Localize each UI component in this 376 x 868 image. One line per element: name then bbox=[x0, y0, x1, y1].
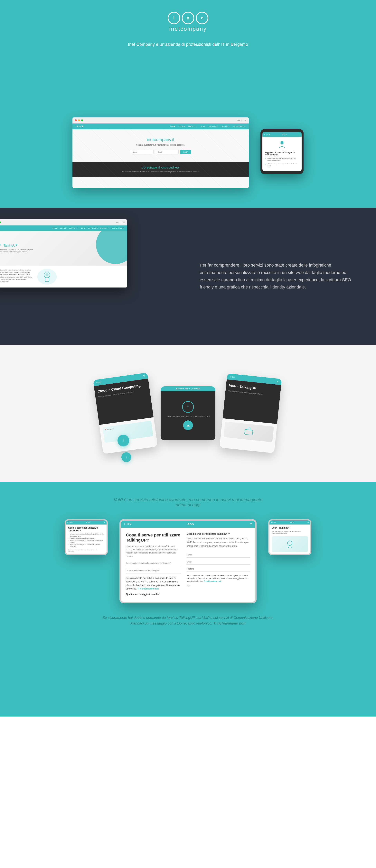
voip-browser-content: VoIP - TalkingUP Chiunque conduca un'att… bbox=[0, 231, 127, 287]
tablet-right-input-1[interactable] bbox=[186, 552, 250, 558]
phone-small-1-list: Una connessione Internet a banda larga d… bbox=[68, 533, 104, 548]
big-tablet-content: Cosa ti serve per utilizzare TalkingUP? … bbox=[121, 528, 255, 601]
tablet-right-input-2[interactable] bbox=[186, 559, 250, 565]
voip-text-content: VoIP - TalkingUP Chiunque conduca un'att… bbox=[0, 244, 33, 253]
voip-nav-home[interactable]: HOME bbox=[52, 227, 58, 229]
maximize-dot-2[interactable] bbox=[0, 221, 1, 223]
minimize-icon[interactable]: — bbox=[237, 119, 240, 122]
nav-assistenza[interactable]: ASSISTENZA bbox=[233, 126, 245, 127]
voip-browser-nav: ⊙⊙⊙ HOME CLOUD SERVIZI IT VOIP CHI SIAMO… bbox=[0, 225, 127, 231]
nav-links: HOME CLOUD SERVIZI IT VOIP CHI SIAMO CON… bbox=[170, 126, 245, 127]
voip-nav-assist[interactable]: ASSISTENZA bbox=[112, 227, 123, 229]
tablet-right-footer: Invia bbox=[186, 585, 250, 587]
voip-hero-area: VoIP - TalkingUP Chiunque conduca un'att… bbox=[0, 231, 127, 266]
tablet-input-2[interactable] bbox=[126, 568, 181, 574]
browser-hero-sub: Compila questo form, ti ricontatteremo i… bbox=[78, 144, 243, 146]
minimize-icon-2[interactable]: — bbox=[116, 221, 118, 224]
phone-small-2: 4:11 PM ⊙⊙⊙ ☰ VoIP - TalkingUP Una delle… bbox=[268, 519, 311, 555]
browser-mockup: — □ ✕ ⊙⊙⊙ HOME CLOUD SERVIZI IT VOIP CHI… bbox=[73, 118, 249, 188]
big-tablet-sub: Una connessione a banda larga del tipo A… bbox=[126, 545, 181, 558]
minimize-dot[interactable] bbox=[78, 119, 80, 121]
mobile-card-3-content: VoIP - TalkingUP Una delle soluzioni di … bbox=[223, 379, 281, 424]
mobile-card-2-badge: BENEFIT PER IL CLIENTE bbox=[161, 386, 215, 391]
close-icon-2[interactable]: ✕ bbox=[123, 221, 125, 224]
voip-title: VoIP - TalkingUP bbox=[0, 244, 33, 247]
big-tablet-question: Quali sono i maggiori benefici bbox=[126, 593, 181, 595]
decorative-circle bbox=[96, 231, 127, 264]
voip-nav-links: HOME CLOUD SERVIZI IT VOIP CHI SIAMO CON… bbox=[52, 227, 123, 229]
phone-screen: 4:11 PM ⊙⊙⊙ ☰ Sappiamo di cosa ha bisogn… bbox=[262, 132, 301, 171]
phone-title: Sappiamo di cosa ha bisogno la vostra az… bbox=[265, 152, 299, 156]
mobile-card-1-content: Cloud e Cloud Computing La soluzione clo… bbox=[94, 378, 153, 425]
card-3-illustration bbox=[224, 422, 274, 442]
tablet-right-text: Se sicuramente hai dubbi e domande da fa… bbox=[186, 574, 250, 583]
brand-name: inetcompany bbox=[169, 26, 207, 32]
list-item-4: Il modem per configurare il tuoi messagg… bbox=[70, 544, 104, 548]
phone-small-2-content: VoIP - TalkingUP Una delle soluzioni più… bbox=[269, 525, 310, 554]
phone-small-2-text: Una delle soluzioni più avanzate al serv… bbox=[272, 530, 308, 534]
browser-controls-2: — □ ✕ bbox=[116, 221, 125, 224]
voip-illustration bbox=[37, 269, 57, 285]
voip-nav-chi[interactable]: CHI SIAMO bbox=[88, 227, 98, 229]
arrow-icon: ↑ bbox=[182, 401, 194, 413]
close-dot[interactable] bbox=[75, 119, 77, 121]
nav-contatti[interactable]: CONTATTI bbox=[221, 126, 230, 127]
nav-voip[interactable]: VOIP bbox=[201, 126, 205, 127]
big-right-title: Cosa ti serve per utilizzare TalkingUP? bbox=[186, 532, 250, 535]
form-email-input[interactable] bbox=[155, 150, 179, 154]
nav-servizi[interactable]: SERVIZI IT bbox=[188, 126, 198, 127]
big-right-sub: Una connessione a banda larga del tipo A… bbox=[186, 537, 250, 548]
tablet-right-input-3[interactable] bbox=[186, 566, 250, 572]
phone-small-2-illustration bbox=[272, 536, 308, 552]
browser-form: INVIA bbox=[78, 150, 243, 154]
phone-small-1-title: Cosa ti serve per utilizzare TalkingUP? bbox=[68, 526, 104, 532]
logo-circle-i: i bbox=[168, 12, 180, 24]
voip-browser-mockup: — □ ✕ ⊙⊙⊙ HOME CLOUD SERVIZI IT VOIP CHI… bbox=[0, 219, 127, 287]
maximize-dot[interactable] bbox=[81, 119, 83, 121]
phone-small-1: 4:11 PM ⊙⊙⊙ ☰ Cosa ti serve per utilizza… bbox=[65, 519, 108, 555]
mobile-cards-section: ⊙⊙⊙ ☰ Cloud e Cloud Computing La soluzio… bbox=[0, 345, 376, 482]
phone-screen-content: Sappiamo di cosa ha bisogno la vostra az… bbox=[262, 136, 301, 171]
phone-small-1-question: Quali sono i maggiori benefici che puoi … bbox=[68, 549, 104, 552]
list-item-3: Il modem per configurare il tuoi mediase… bbox=[70, 539, 104, 544]
nav-cloud[interactable]: CLOUD bbox=[178, 126, 185, 127]
phone-small-2-nav: 4:11 PM ⊙⊙⊙ ☰ bbox=[269, 520, 310, 525]
form-submit-button[interactable]: INVIA bbox=[180, 150, 191, 154]
mobile-card-benefits: BENEFIT PER IL CLIENTE ↑ LIBERARE RISORS… bbox=[161, 386, 215, 440]
nav-home[interactable]: HOME bbox=[170, 126, 175, 127]
phone-check-2: ✓ Ottimizzare i processi produttivi e li… bbox=[265, 163, 299, 167]
mobile-card-2-content: ↑ LIBERARE RISORSE CON LE SOLUZIONI CLOU… bbox=[161, 391, 215, 440]
voip-nav-contatti[interactable]: CONTATTI bbox=[100, 227, 109, 229]
big-tablet-mockup: 4:11 PM ⊙⊙⊙ ☰ Cosa ti serve per utilizza… bbox=[119, 519, 257, 603]
svg-point-1 bbox=[281, 141, 283, 144]
fab-small-button[interactable]: ↓ bbox=[121, 452, 131, 462]
logo-circle-c: c bbox=[196, 12, 208, 24]
voip-nav-voip[interactable]: VOIP bbox=[81, 227, 85, 229]
logo-container: i n c inetcompany bbox=[168, 12, 208, 32]
browser-content: inetcompany.it Compila questo form, ti r… bbox=[73, 129, 249, 188]
svg-rect-3 bbox=[45, 278, 49, 282]
phone-screen-nav: 4:11 PM ⊙⊙⊙ ☰ bbox=[262, 132, 301, 136]
mobile-card-2-cta: LIBERARE RISORSE CON LE SOLUZIONI CLOUD bbox=[166, 416, 210, 417]
close-icon[interactable]: ✕ bbox=[244, 119, 247, 122]
browser-hero-content: inetcompany.it Compila questo form, ti r… bbox=[73, 129, 249, 162]
voip-nav-servizi[interactable]: SERVIZI IT bbox=[69, 227, 79, 229]
form-name-input[interactable] bbox=[130, 150, 153, 154]
nav-chi-siamo[interactable]: CHI SIAMO bbox=[208, 126, 218, 127]
big-tablet-form bbox=[126, 561, 181, 574]
hero-section: i n c inetcompany Inet Company è un'azie… bbox=[0, 0, 376, 118]
voip-nav-cloud[interactable]: CLOUD bbox=[60, 227, 66, 229]
big-tablet-title: Cosa ti serve per utilizzare TalkingUP? bbox=[126, 532, 181, 543]
phone-mockup: 4:11 PM ⊙⊙⊙ ☰ Sappiamo di cosa ha bisogn… bbox=[260, 129, 303, 174]
restore-icon[interactable]: □ bbox=[241, 119, 243, 122]
big-tablet-nav: 4:11 PM ⊙⊙⊙ ☰ bbox=[121, 521, 255, 528]
restore-icon-2[interactable]: □ bbox=[120, 221, 121, 224]
phone-small-2-title: VoIP - TalkingUP bbox=[272, 526, 308, 529]
fab-arrow-button[interactable]: ↑ bbox=[117, 435, 129, 446]
tablet-input-1[interactable] bbox=[126, 561, 181, 566]
voip-subtitle: Chiunque conduca un'attività sa che i se… bbox=[0, 249, 33, 253]
big-tablet-right: Cosa ti serve per utilizzare TalkingUP? … bbox=[186, 532, 250, 597]
check-icon-2: ✓ bbox=[265, 163, 266, 165]
phone-small-1-text: Una connessione Internet a banda larga d… bbox=[68, 533, 104, 548]
svg-point-7 bbox=[288, 541, 292, 546]
